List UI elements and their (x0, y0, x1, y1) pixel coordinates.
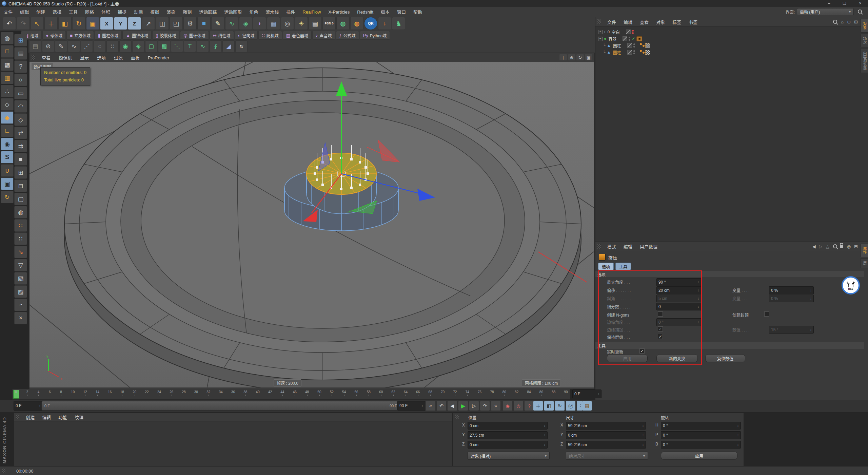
am-search-icon[interactable] (833, 244, 837, 248)
tracer-icon[interactable]: ∿ (197, 40, 209, 52)
om-menu-item[interactable]: 书签 (685, 19, 701, 25)
am-menu-item[interactable]: 模式 (604, 243, 620, 250)
om-side-tab[interactable]: 场次 (861, 34, 868, 47)
mouse-input-icon[interactable]: ◉ (1, 138, 14, 150)
material-menu-item[interactable]: 编辑 (38, 414, 55, 420)
disabled-clone-icon[interactable]: ▤ (29, 40, 41, 52)
goto-end-icon[interactable]: » (491, 401, 501, 411)
spline-smooth-icon[interactable]: ∿ (68, 40, 80, 52)
om-side-tab[interactable]: 内容浏览器 (861, 48, 868, 73)
om-menu-item[interactable]: 标签 (669, 19, 685, 25)
visibility-dots[interactable] (633, 43, 635, 48)
menu-item[interactable]: RealFlow (299, 10, 324, 15)
layer-square-icon[interactable] (627, 43, 632, 48)
material-menu-item[interactable]: 创建 (22, 414, 38, 420)
render-queue-icon[interactable]: ▤ (309, 17, 322, 30)
position-x-field[interactable]: 0 cm↕ (468, 422, 548, 430)
material-menu-item[interactable]: 功能 (55, 414, 71, 420)
live-selection-tool-icon[interactable]: ○ (14, 74, 27, 86)
points-mode-icon[interactable]: ∴ (1, 85, 14, 97)
om-menu-item[interactable]: 查看 (636, 19, 652, 25)
om-eye-icon[interactable]: ⊙ (845, 19, 852, 24)
viewport-menu-item[interactable]: 摄像机 (55, 55, 76, 60)
am-target-icon[interactable]: ◎ (845, 244, 852, 249)
pattern-b-icon[interactable]: ▨ (14, 285, 27, 298)
coordinate-mode-dropdown[interactable]: 对象 (相对)▾ (468, 452, 550, 460)
size-y-field[interactable]: 0 cm↕ (566, 431, 646, 439)
qr-plugin-icon[interactable]: QR (364, 17, 377, 30)
create-caps-checkbox[interactable] (764, 311, 769, 317)
display-tag-icon[interactable]: ◉ (636, 36, 642, 41)
key-scale-icon[interactable]: ◧ (544, 401, 554, 411)
ghost-cube-icon[interactable]: ▢ (14, 193, 27, 205)
effector-icon[interactable]: fx (235, 40, 248, 52)
subdivision-field[interactable]: 0↕ (656, 303, 701, 310)
volume-sphere-icon[interactable]: ◍ (350, 17, 363, 30)
point-tag-icon[interactable] (640, 43, 642, 45)
menu-item[interactable]: 文件 (0, 8, 16, 15)
menu-item[interactable]: 捕捉 (114, 8, 130, 15)
viewport-menu-item[interactable]: ProRender (144, 55, 173, 60)
max-angle-field[interactable]: 90 °↕ (656, 278, 701, 286)
layer-square-icon[interactable] (627, 50, 632, 55)
viewport-canvas[interactable]: y x 透视视图 Number of emitters: 0 Total liv… (29, 62, 594, 387)
texture-mode-icon[interactable]: ▩ (1, 58, 14, 71)
next-key-icon[interactable]: ↷ (480, 401, 490, 411)
viewport-menu-item[interactable]: 过滤 (110, 55, 127, 60)
redo-icon[interactable]: ↷ (17, 17, 30, 30)
menu-item[interactable]: 编辑 (16, 8, 33, 15)
psr-badge-icon[interactable]: PSR 0 (322, 17, 336, 30)
radial-array-icon[interactable]: ◌ (94, 40, 106, 52)
render-view-icon[interactable]: ◫ (156, 17, 169, 30)
fracture-icon[interactable]: ▢ (145, 40, 157, 52)
menu-item[interactable]: 渲染 (163, 8, 179, 15)
om-home-icon[interactable]: ⌂ (839, 19, 845, 24)
object-row-container[interactable]: – ● 容器 ✓ ◉ (598, 35, 868, 42)
menu-item[interactable]: 工具 (65, 8, 81, 15)
offset-field[interactable]: 20 cm↕ (656, 286, 701, 294)
camera-icon[interactable]: ◎ (281, 17, 294, 30)
toggle-layout-icon[interactable]: ▣ (585, 54, 592, 60)
autokey-icon[interactable]: ◎ (513, 401, 524, 411)
am-back-icon[interactable]: ◀ (811, 244, 817, 249)
am-forward-icon[interactable]: ▷ (817, 244, 824, 249)
rotation-b-field[interactable]: 0 °↕ (661, 441, 741, 449)
fit-square-icon[interactable]: ■ (14, 153, 27, 166)
orbit-view-icon[interactable]: ↻ (576, 54, 584, 60)
record-keyframe-icon[interactable]: ◉ (502, 401, 513, 411)
xparticles-icon[interactable]: ♞ (392, 17, 405, 30)
metaball-icon[interactable]: ◗ (253, 17, 266, 30)
last-tool-extrude-icon[interactable]: ▣ (86, 17, 99, 30)
delete-tool-icon[interactable]: × (14, 312, 27, 324)
capsule-field-button[interactable]: ▯胶囊体域 (152, 31, 179, 40)
lock-x-axis-icon[interactable]: X (100, 17, 113, 30)
deer-badge[interactable]: H&S (842, 276, 860, 294)
object-name[interactable]: 空白 (611, 29, 620, 35)
launch-arrow-icon[interactable]: ↘ (14, 246, 27, 258)
prev-key-icon[interactable]: ↶ (436, 401, 447, 411)
voronoi-fracture-icon[interactable]: ▩ (158, 40, 170, 52)
maximize-button[interactable]: ❒ (837, 0, 852, 7)
preserve-groups-checkbox[interactable]: ✓ (658, 334, 663, 339)
rotation-h-field[interactable]: 0 °↕ (661, 422, 741, 430)
material-menu-item[interactable]: 纹理 (71, 414, 87, 420)
menu-item[interactable]: 帮助 (410, 8, 426, 15)
polygons-mode-icon[interactable]: ◆ (1, 111, 14, 124)
am-menu-item[interactable]: 用户数据 (636, 243, 661, 250)
snap-icon[interactable]: S (1, 151, 14, 164)
mospline-icon[interactable]: ∮ (210, 40, 222, 52)
object-row-cylinder-2[interactable]: └ ▲ 圆柱 (598, 49, 868, 56)
radial-field-button[interactable]: ◐径向域 (235, 31, 258, 40)
viewport-menu-item[interactable]: 面板 (127, 55, 144, 60)
new-transform-button[interactable]: 新的变换 (656, 354, 698, 362)
trail-icon[interactable]: ⋱ (171, 40, 183, 52)
coordinate-system-icon[interactable]: ↗ (142, 17, 155, 30)
close-button[interactable]: × (852, 0, 868, 7)
square-to-grid-icon[interactable]: ⊞ (14, 166, 27, 179)
om-add-icon[interactable]: ⊞ (852, 19, 860, 24)
workplane-rotate-icon[interactable]: ↻ (1, 191, 14, 203)
sphere-band-icon[interactable]: ◍ (14, 206, 27, 218)
realtime-update-checkbox[interactable]: ✓ (639, 348, 645, 354)
magnet-icon[interactable]: ∪ (1, 164, 14, 177)
am-side-tab[interactable]: 层 (861, 258, 868, 268)
